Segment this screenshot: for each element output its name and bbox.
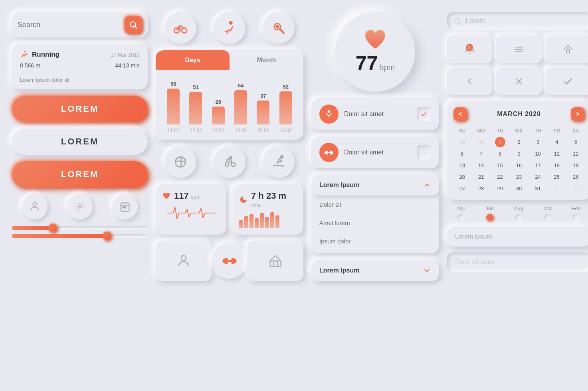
run-icon-button[interactable]: [214, 12, 245, 44]
cal-cell[interactable]: 25: [548, 172, 565, 182]
menu-button[interactable]: [496, 36, 541, 63]
search-icon-2: [453, 17, 461, 25]
close-button[interactable]: [496, 67, 541, 95]
svg-point-3: [33, 203, 36, 206]
cal-cell[interactable]: 28: [472, 184, 489, 194]
bottom-nav: [156, 241, 303, 281]
cal-cell[interactable]: 20: [453, 172, 471, 182]
cal-cell[interactable]: 13: [453, 160, 471, 170]
heart-circle: 77 bpm: [335, 12, 415, 92]
month-jun[interactable]: Jun: [485, 205, 494, 221]
cal-cell[interactable]: 14: [472, 160, 489, 170]
calendar: < MARCH 2020 > SU MO TU WE TH FR SA 30 3…: [447, 101, 588, 200]
tab-month[interactable]: Month: [230, 50, 303, 70]
checkbox-2[interactable]: [417, 145, 431, 160]
home-button[interactable]: [546, 36, 588, 63]
cal-cell[interactable]: 2: [510, 137, 527, 147]
secondary-button[interactable]: LOREM: [12, 128, 148, 155]
cal-cell[interactable]: 5: [567, 137, 584, 147]
primary-button-2[interactable]: LOREM: [12, 161, 148, 188]
cal-cell[interactable]: 30: [510, 184, 527, 194]
search-input[interactable]: [18, 21, 121, 29]
dropdown-header[interactable]: Lorem Ipsum: [311, 175, 439, 196]
slider-2[interactable]: [12, 234, 148, 238]
cal-cell[interactable]: 22: [491, 172, 509, 182]
cal-cell[interactable]: 7: [472, 149, 489, 159]
checkbox-1[interactable]: [417, 107, 431, 121]
bell-button[interactable]: 3: [447, 36, 492, 63]
svg-line-15: [280, 29, 284, 33]
cal-cell[interactable]: 6: [453, 149, 471, 159]
slider-1[interactable]: [12, 226, 148, 230]
dolor-sit-card: Dolor sit amet: [447, 252, 588, 272]
cal-day-tu: TU: [491, 126, 509, 135]
dropdown-item-1[interactable]: Dolor sit: [311, 196, 439, 214]
cal-cell[interactable]: 31: [529, 184, 546, 194]
pingpong-icon-button[interactable]: [263, 12, 295, 44]
cal-cell[interactable]: 15: [491, 160, 509, 170]
cal-cell[interactable]: 24: [529, 172, 546, 182]
swim-icon-button[interactable]: [263, 146, 295, 178]
svg-rect-33: [327, 151, 328, 154]
svg-line-37: [459, 22, 461, 24]
cal-cell[interactable]: 18: [548, 160, 565, 170]
settings-icon-button[interactable]: [67, 194, 93, 219]
volleyball-icon-button[interactable]: [164, 146, 196, 178]
cal-cell[interactable]: 30: [453, 137, 471, 147]
activity-distance: 8 566 m: [20, 62, 40, 69]
checkbox-label-2: Dolor sit amet: [344, 149, 411, 156]
dumbbell-nav-button[interactable]: [212, 243, 247, 279]
cal-cell[interactable]: 10: [529, 149, 546, 159]
calendar-grid: SU MO TU WE TH FR SA 30 31 1 2 3 4 5 6 7…: [453, 126, 584, 194]
chart-bars: 56 51 28 54: [162, 77, 297, 124]
cal-cell[interactable]: 31: [472, 137, 489, 147]
dropdown-item-2[interactable]: Amet lorem: [311, 214, 439, 232]
activity-title: Running: [32, 51, 59, 59]
slider-container: [12, 226, 148, 238]
user-icon-button[interactable]: [22, 194, 48, 219]
cal-cell[interactable]: 19: [567, 160, 584, 170]
calendar-next-button[interactable]: >: [571, 107, 584, 121]
back-button[interactable]: [447, 67, 492, 95]
svg-point-16: [276, 26, 279, 28]
cal-cell[interactable]: 23: [510, 172, 527, 182]
bar-4: 54: [234, 83, 247, 124]
cal-cell[interactable]: 26: [567, 172, 584, 182]
dropdown-collapsed[interactable]: Lorem Ipsum: [311, 260, 439, 281]
dropdown-item-3[interactable]: Ipsum dolor: [311, 232, 439, 250]
month-feb[interactable]: Feb: [572, 205, 580, 221]
user-nav-button[interactable]: [156, 241, 212, 281]
svg-rect-10: [125, 207, 126, 208]
icon-grid: 3: [447, 36, 588, 95]
tab-days[interactable]: Days: [156, 50, 230, 70]
search-button[interactable]: [125, 16, 142, 34]
cal-cell[interactable]: 17: [529, 160, 546, 170]
cal-cell[interactable]: 1: [548, 184, 565, 194]
bike-trainer-icon-button[interactable]: [214, 146, 245, 178]
cal-cell-today[interactable]: 1: [495, 137, 505, 147]
home-nav-button[interactable]: [247, 241, 303, 281]
month-apr[interactable]: Apr: [457, 205, 465, 221]
cal-day-fr: FR: [548, 126, 565, 135]
cal-cell[interactable]: 2: [567, 184, 584, 194]
cal-cell[interactable]: 8: [491, 149, 509, 159]
cal-cell[interactable]: 4: [548, 137, 565, 147]
bar-6: 52: [279, 84, 292, 124]
bike-icon-button[interactable]: [164, 12, 196, 44]
cal-cell[interactable]: 3: [529, 137, 546, 147]
cal-cell[interactable]: 16: [510, 160, 527, 170]
activity-icon-1: [319, 105, 339, 124]
cal-cell[interactable]: 9: [510, 149, 527, 159]
calendar-prev-button[interactable]: <: [453, 107, 467, 121]
month-aug[interactable]: Aug: [514, 205, 523, 221]
cal-cell[interactable]: 12: [567, 149, 584, 159]
primary-button-1[interactable]: LOREM: [12, 96, 148, 122]
check-button[interactable]: [546, 67, 588, 95]
cal-cell[interactable]: 27: [453, 184, 471, 194]
cal-cell[interactable]: 11: [548, 149, 565, 159]
cal-cell[interactable]: 29: [491, 184, 509, 194]
calendar-icon-button[interactable]: [112, 194, 138, 219]
cal-cell[interactable]: 21: [472, 172, 489, 182]
svg-rect-28: [270, 261, 281, 267]
month-oct[interactable]: Oct: [543, 205, 551, 221]
